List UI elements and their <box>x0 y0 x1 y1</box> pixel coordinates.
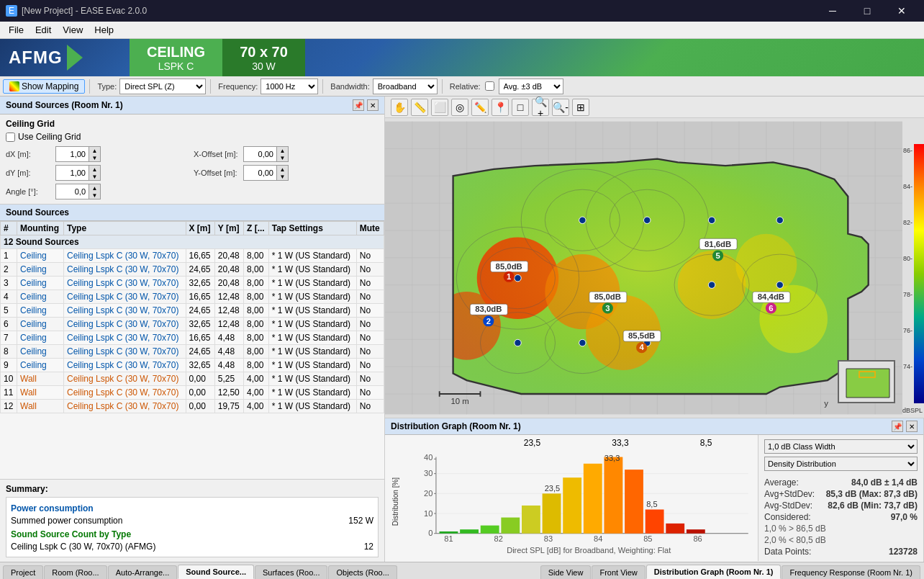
y-offset-input[interactable] <box>244 166 276 180</box>
tool-zoom-in[interactable]: 🔍+ <box>532 99 549 116</box>
tool-rect[interactable]: □ <box>512 99 529 116</box>
summary-title: Summary: <box>6 484 379 494</box>
cell-type: Ceiling Lspk C (30 W, 70x70) <box>63 372 186 386</box>
bandwidth-label: Bandwidth: <box>330 82 369 91</box>
table-row[interactable]: 3 Ceiling Ceiling Lspk C (30 W, 70x70) 3… <box>1 277 384 290</box>
tab-auto-arrange[interactable]: Auto-Arrange... <box>108 565 178 579</box>
cell-mounting: Ceiling <box>17 345 64 359</box>
angle-down[interactable]: ▼ <box>89 192 100 199</box>
group-header: 12 Sound Sources <box>1 235 384 249</box>
svg-text:85,0dB: 85,0dB <box>496 262 522 271</box>
cell-type: Ceiling Lspk C (30 W, 70x70) <box>63 359 186 372</box>
tab-bar: Project Room (Roo... Auto-Arrange... Sou… <box>0 562 924 579</box>
menu-view[interactable]: View <box>57 23 89 37</box>
separator-1 <box>89 79 90 94</box>
avg-select[interactable]: Avg. ±3 dB <box>499 78 563 94</box>
dy-up[interactable]: ▲ <box>89 166 100 173</box>
tab-objects[interactable]: Objects (Roo... <box>328 565 397 579</box>
table-row[interactable]: 6 Ceiling Ceiling Lspk C (30 W, 70x70) 3… <box>1 318 384 331</box>
table-row[interactable]: 2 Ceiling Ceiling Lspk C (30 W, 70x70) 2… <box>1 263 384 277</box>
table-row[interactable]: 10 Wall Ceiling Lspk C (30 W, 70x70) 0,0… <box>1 372 384 386</box>
tab-project[interactable]: Project <box>3 565 43 579</box>
angle-up[interactable]: ▲ <box>89 184 100 192</box>
dx-down[interactable]: ▼ <box>89 154 100 161</box>
maximize-button[interactable]: □ <box>851 0 884 22</box>
frequency-select[interactable]: 1000 Hz <box>261 78 318 94</box>
table-row[interactable]: 7 Ceiling Ceiling Lspk C (30 W, 70x70) 1… <box>1 331 384 345</box>
tab-distribution-graph[interactable]: Distribution Graph (Room Nr. 1) <box>646 565 782 579</box>
tab-frequency-response[interactable]: Frequency Response (Room Nr. 1) <box>782 565 920 579</box>
panel-title: Sound Sources (Room Nr. 1) <box>6 100 123 110</box>
tab-surfaces[interactable]: Surfaces (Roo... <box>255 565 327 579</box>
table-row[interactable]: 12 Wall Ceiling Lspk C (30 W, 70x70) 0,0… <box>1 400 384 413</box>
dist-chart-area: 23,5 33,3 8,5 0 10 <box>407 435 758 561</box>
svg-rect-111 <box>460 529 479 534</box>
y-offset-label: Y-Offset [m]: <box>194 169 240 177</box>
bandwidth-select[interactable]: Broadband <box>373 78 438 94</box>
tool-draw[interactable]: ✏️ <box>471 99 489 116</box>
tool-zoom-out[interactable]: 🔍- <box>552 99 569 116</box>
tab-sound-source[interactable]: Sound Source... <box>178 565 254 579</box>
table-row[interactable]: 1 Ceiling Ceiling Lspk C (30 W, 70x70) 1… <box>1 249 384 263</box>
tab-front-view[interactable]: Front View <box>592 565 645 579</box>
relative-checkbox[interactable] <box>485 81 494 91</box>
x-offset-down[interactable]: ▼ <box>276 154 288 161</box>
table-row[interactable]: 8 Ceiling Ceiling Lspk C (30 W, 70x70) 2… <box>1 345 384 359</box>
close-button[interactable]: ✕ <box>885 0 918 22</box>
cell-num: 12 <box>1 400 17 413</box>
dy-input[interactable] <box>56 166 89 180</box>
cell-x: 0,00 <box>186 400 214 413</box>
tab-room[interactable]: Room (Roo... <box>44 565 107 579</box>
tool-pin[interactable]: 📍 <box>492 99 509 116</box>
menu-edit[interactable]: Edit <box>30 23 57 37</box>
y-offset-down[interactable]: ▼ <box>276 173 288 180</box>
density-select[interactable]: Density Distribution <box>764 457 918 471</box>
tool-measure[interactable]: 📏 <box>411 99 428 116</box>
minimize-button[interactable]: ─ <box>816 0 849 22</box>
table-row[interactable]: 5 Ceiling Ceiling Lspk C (30 W, 70x70) 2… <box>1 304 384 318</box>
tool-target[interactable]: ◎ <box>451 99 468 116</box>
cell-tap: * 1 W (US Standard) <box>268 386 356 400</box>
dy-down[interactable]: ▼ <box>89 173 100 180</box>
count-type-label: Ceiling Lspk C (30 W, 70x70) (AFMG) <box>11 542 155 552</box>
table-row[interactable]: 11 Wall Ceiling Lspk C (30 W, 70x70) 0,0… <box>1 386 384 400</box>
dist-close-button[interactable]: ✕ <box>906 421 918 432</box>
right-panel: ✋ 📏 ⬜ ◎ ✏️ 📍 □ 🔍+ 🔍- ⊞ <box>385 96 924 562</box>
tab-side-view[interactable]: Side View <box>540 565 592 579</box>
menu-help[interactable]: Help <box>89 23 119 37</box>
panel-pin-button[interactable]: 📌 <box>353 99 364 111</box>
logo-text: AFMG <box>9 48 63 68</box>
svg-point-60 <box>776 217 783 223</box>
table-row[interactable]: 4 Ceiling Ceiling Lspk C (30 W, 70x70) 1… <box>1 290 384 304</box>
table-row[interactable]: 9 Ceiling Ceiling Lspk C (30 W, 70x70) 3… <box>1 359 384 372</box>
dx-input[interactable] <box>56 147 89 161</box>
scale-76: 76- <box>903 327 912 334</box>
tool-zoom-fit[interactable]: ⊞ <box>572 99 589 116</box>
dist-pin-button[interactable]: 📌 <box>892 421 903 432</box>
header-banner: AFMG CEILING LSPK C 70 x 70 30 W <box>0 39 924 76</box>
menu-file[interactable]: File <box>3 23 30 37</box>
angle-row: Angle [°]: ▲▼ <box>6 184 191 199</box>
svg-point-61 <box>776 282 783 288</box>
show-mapping-button[interactable]: Show Mapping <box>3 79 85 94</box>
angle-input[interactable] <box>56 184 89 199</box>
x-offset-label: X-Offset [m]: <box>194 150 240 158</box>
use-ceiling-grid-checkbox[interactable] <box>6 133 15 142</box>
class-width-select[interactable]: 1,0 dB Class Width <box>764 439 918 454</box>
y-offset-spinbox: ▲▼ <box>243 165 289 181</box>
x-offset-up[interactable]: ▲ <box>276 147 288 154</box>
cell-type: Ceiling Lspk C (30 W, 70x70) <box>63 318 186 331</box>
avg-minus-stddev-row: Avg-StdDev: 82,6 dB (Min: 73,7 dB) <box>764 500 918 511</box>
x-offset-input[interactable] <box>244 147 276 161</box>
cell-z: 4,00 <box>244 372 269 386</box>
tool-pan[interactable]: ✋ <box>391 99 408 116</box>
tool-select[interactable]: ⬜ <box>431 99 448 116</box>
type-select[interactable]: Direct SPL (Z) <box>119 78 206 94</box>
dist-graph-title: Distribution Graph (Room Nr. 1) <box>391 421 521 431</box>
y-offset-up[interactable]: ▲ <box>276 166 288 173</box>
header-dims-top: 70 x 70 <box>240 44 288 60</box>
pct-2: 23,5 <box>524 438 540 448</box>
cell-type: Ceiling Lspk C (30 W, 70x70) <box>63 290 186 304</box>
panel-close-button[interactable]: ✕ <box>367 99 379 111</box>
dx-up[interactable]: ▲ <box>89 147 100 154</box>
